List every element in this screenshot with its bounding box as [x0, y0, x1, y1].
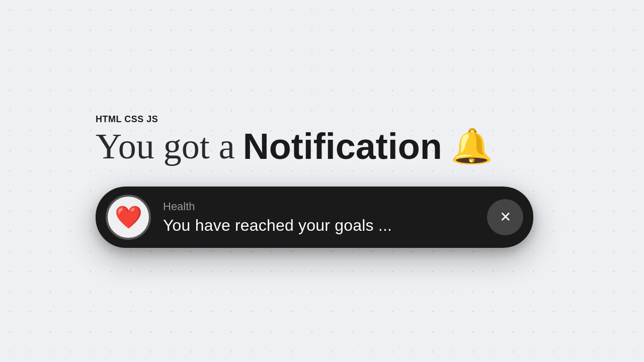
notification-card: ❤️ Health You have reached your goals ..… [96, 187, 533, 248]
main-title: You got a Notification 🔔 [96, 127, 493, 166]
heart-icon: ❤️ [115, 206, 142, 228]
content-wrapper: HTML CSS JS You got a Notification 🔔 ❤️ … [96, 114, 548, 248]
notification-category: Health [163, 200, 475, 213]
title-bold: Notification [243, 127, 442, 166]
close-button[interactable]: ✕ [487, 199, 523, 235]
header-section: HTML CSS JS You got a Notification 🔔 [96, 114, 493, 166]
close-icon: ✕ [500, 210, 511, 224]
notification-text: Health You have reached your goals ... [163, 200, 475, 235]
tech-label: HTML CSS JS [96, 114, 158, 125]
notification-message: You have reached your goals ... [163, 216, 475, 235]
notification-icon-wrapper: ❤️ [106, 195, 151, 240]
bell-icon: 🔔 [450, 128, 493, 165]
title-prefix: You got a [96, 127, 235, 166]
